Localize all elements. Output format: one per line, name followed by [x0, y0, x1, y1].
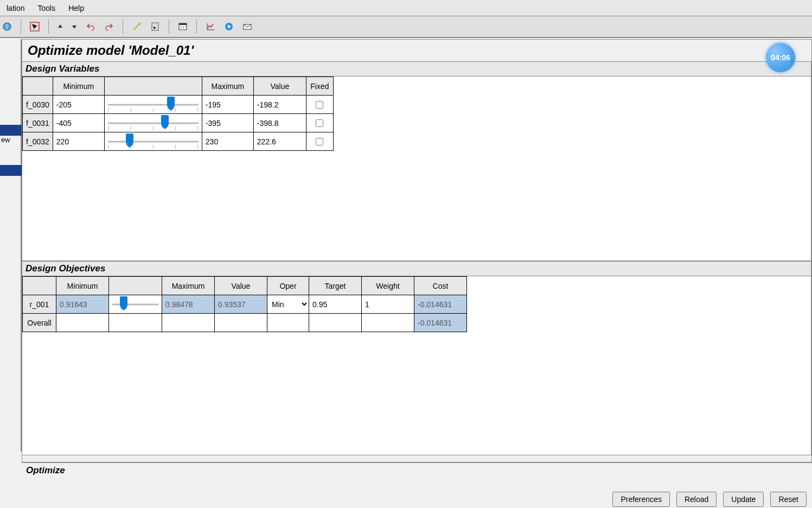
reset-button[interactable]: Reset: [770, 492, 807, 507]
redo-icon[interactable]: [102, 20, 116, 34]
do-cost: [414, 295, 466, 313]
menu-item-tools[interactable]: Tools: [31, 2, 62, 15]
do-overall-row: Overall: [23, 314, 467, 332]
do-row: r_001 Min: [23, 295, 467, 314]
design-objectives-label: Design Objectives: [22, 261, 811, 276]
do-max: [162, 295, 214, 313]
svg-rect-3: [152, 23, 158, 30]
do-name: r_001: [23, 295, 56, 314]
col-maximum: Maximum: [162, 277, 215, 295]
do-value: [215, 295, 267, 313]
do-oper-select[interactable]: Min: [267, 295, 309, 313]
svg-rect-5: [179, 23, 187, 25]
col-minimum: Minimum: [56, 277, 109, 295]
col-slider: [109, 277, 162, 295]
left-text-ew: ew: [1, 136, 10, 144]
dv-value-input[interactable]: [254, 132, 306, 150]
col-oper: Oper: [267, 277, 309, 295]
down-arrow-icon[interactable]: [69, 20, 79, 34]
chart-icon[interactable]: [203, 20, 218, 34]
do-min: [56, 295, 108, 313]
col-maximum: Maximum: [202, 77, 253, 96]
menubar: lation Tools Help: [0, 0, 812, 16]
design-variables-label: Design Variables: [22, 61, 811, 77]
timer-badge: 04:06: [766, 43, 795, 72]
dv-max-input[interactable]: [202, 96, 253, 113]
dv-row: f_0030 |||||: [23, 96, 334, 114]
calendar-icon[interactable]: [176, 20, 190, 34]
col-fixed: Fixed: [306, 77, 333, 96]
left-selection-1[interactable]: [0, 125, 22, 136]
reload-button[interactable]: Reload: [676, 492, 717, 507]
left-selection-2[interactable]: [0, 165, 22, 176]
col-cost: Cost: [414, 277, 467, 295]
toolbar: [0, 16, 812, 38]
dv-min-input[interactable]: [53, 96, 104, 113]
dv-fixed-checkbox[interactable]: [316, 138, 323, 145]
col-weight: Weight: [362, 277, 414, 295]
do-target-input[interactable]: [309, 295, 361, 313]
svg-point-2: [138, 23, 140, 25]
dv-value-input[interactable]: [254, 114, 306, 132]
col-blank: [23, 277, 56, 295]
mail-icon[interactable]: [240, 20, 254, 34]
cursor-icon[interactable]: [28, 20, 42, 34]
dv-name: f_0030: [23, 96, 53, 114]
up-arrow-icon[interactable]: [55, 20, 65, 34]
undo-icon[interactable]: [84, 20, 98, 34]
col-target: Target: [309, 277, 362, 295]
design-variables-panel: Minimum Maximum Value Fixed f_0030 |||||: [22, 77, 811, 261]
dv-row: f_0031 |||||: [23, 114, 334, 132]
menu-item-help[interactable]: Help: [62, 2, 91, 15]
dv-name: f_0032: [23, 132, 53, 151]
dv-slider[interactable]: |||||: [104, 114, 202, 132]
optimize-label: Optimize: [22, 463, 812, 478]
col-value: Value: [253, 77, 306, 96]
wand-icon[interactable]: [130, 20, 144, 34]
design-objectives-panel: Minimum Maximum Value Oper Target Weight…: [22, 276, 811, 455]
dv-slider[interactable]: |||||: [104, 132, 202, 151]
table-header-row: Minimum Maximum Value Oper Target Weight…: [23, 277, 467, 295]
dv-row: f_0032 |||||: [23, 132, 334, 151]
col-blank: [23, 77, 53, 96]
dv-value-input[interactable]: [254, 96, 306, 113]
page-title: Optimize model 'Model_01': [22, 40, 811, 61]
play-globe-icon[interactable]: [222, 20, 236, 34]
dv-max-input[interactable]: [202, 132, 253, 150]
dv-name: f_0031: [23, 114, 53, 132]
menu-item-simulation[interactable]: lation: [0, 2, 31, 15]
preferences-button[interactable]: Preferences: [612, 492, 669, 507]
footer-panel: Optimize Preferences Reload Update Reset: [22, 462, 812, 508]
globe-icon[interactable]: [0, 20, 14, 34]
dv-slider[interactable]: |||||: [104, 96, 202, 114]
col-value: Value: [215, 277, 267, 295]
update-button[interactable]: Update: [723, 492, 764, 507]
col-slider: [104, 77, 202, 96]
design-objectives-table: Minimum Maximum Value Oper Target Weight…: [22, 276, 467, 332]
do-slider[interactable]: [109, 295, 162, 314]
dv-min-input[interactable]: [53, 132, 104, 150]
dv-max-input[interactable]: [202, 114, 253, 132]
do-weight-input[interactable]: [362, 295, 414, 313]
dv-fixed-checkbox[interactable]: [316, 119, 323, 127]
main-panel: Optimize model 'Model_01' 04:06 Design V…: [22, 39, 812, 462]
table-header-row: Minimum Maximum Value Fixed: [23, 77, 334, 96]
dv-fixed-checkbox[interactable]: [316, 101, 323, 109]
do-overall-label: Overall: [23, 314, 56, 332]
left-panel: ew: [0, 39, 22, 452]
col-minimum: Minimum: [53, 77, 104, 96]
do-overall-cost: [414, 314, 466, 332]
dv-min-input[interactable]: [53, 114, 104, 132]
design-variables-table: Minimum Maximum Value Fixed f_0030 |||||: [22, 77, 334, 151]
doc-cursor-icon[interactable]: [148, 20, 162, 34]
